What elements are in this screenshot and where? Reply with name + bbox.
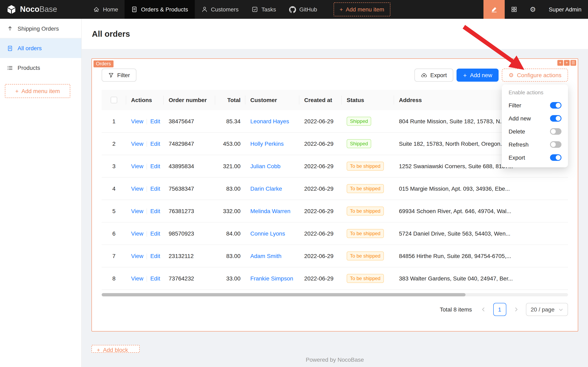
main-content: Orders + + ☰ Filter Export + Ad [82, 49, 588, 367]
plus-square-icon[interactable]: + [564, 60, 570, 66]
cell-order-number: 23132112 [164, 253, 215, 259]
customer-link[interactable]: Melinda Warren [250, 208, 291, 214]
horizontal-scrollbar [102, 293, 568, 296]
cell-status: To be shipped [342, 184, 394, 193]
dropdown-item[interactable]: Refresh [504, 138, 566, 151]
ui-editor-button[interactable] [483, 0, 505, 19]
brand-bold: Noco [20, 5, 39, 14]
row-actions: ViewEdit [126, 141, 164, 147]
cell-created-at: 2022-06-29 [299, 208, 342, 214]
edit-link[interactable]: Edit [150, 208, 160, 214]
plugins-grid-button[interactable] [505, 0, 523, 19]
chevron-right-icon [513, 307, 518, 312]
edit-link[interactable]: Edit [150, 253, 160, 259]
view-link[interactable]: View [131, 163, 143, 169]
view-link[interactable]: View [131, 208, 143, 214]
cell-total: 84.00 [215, 230, 245, 237]
cell-customer: Connie Lyons [245, 230, 299, 237]
settings-button[interactable]: ⚙ [523, 0, 542, 19]
toggle-switch[interactable] [550, 115, 562, 122]
sidebar-item-shipping-orders[interactable]: Shipping Orders [0, 19, 81, 38]
add-new-button[interactable]: + Add new [456, 69, 499, 82]
edit-link[interactable]: Edit [150, 118, 160, 125]
cell-created-at: 2022-06-29 [299, 253, 342, 259]
customer-link[interactable]: Connie Lyons [250, 230, 285, 237]
action-divider [147, 209, 147, 214]
add-menu-item-button-side[interactable]: + Add menu item [5, 84, 70, 98]
customer-link[interactable]: Julian Cobb [250, 163, 280, 169]
add-block-button[interactable]: + Add block [92, 345, 140, 353]
arrow-up-icon [7, 25, 13, 32]
filter-icon [108, 72, 114, 78]
prev-page-button[interactable] [477, 303, 490, 316]
toggle-switch[interactable] [550, 128, 562, 135]
cell-address: 84856 Hirthe Run, Suite 268, 94754-6705,… [394, 253, 568, 259]
toggle-switch[interactable] [550, 102, 562, 108]
select-all-checkbox[interactable] [111, 97, 117, 103]
edit-link[interactable]: Edit [150, 141, 160, 147]
nav-label: Home [103, 6, 118, 13]
dropdown-item[interactable]: Export [504, 151, 566, 164]
edit-link[interactable]: Edit [150, 230, 160, 237]
view-link[interactable]: View [131, 253, 143, 259]
view-link[interactable]: View [131, 118, 143, 125]
row-actions: ViewEdit [126, 163, 164, 170]
row-index: 2 [102, 141, 126, 147]
nav-item-customers[interactable]: Customers [194, 0, 245, 19]
page-size-select[interactable]: 20 / page [526, 303, 568, 316]
table-row: 8 ViewEdit 73764232 33.00 Frankie Simpso… [102, 267, 568, 290]
edit-link[interactable]: Edit [150, 275, 160, 282]
brand-logo[interactable]: NocoBase [0, 0, 87, 19]
header-order-number: Order number [164, 90, 215, 110]
export-button[interactable]: Export [414, 69, 454, 82]
drag-menu-icon[interactable]: ☰ [571, 60, 576, 66]
add-menu-item-button-top[interactable]: + Add menu item [333, 2, 390, 16]
orders-block: Orders + + ☰ Filter Export + Ad [92, 58, 578, 332]
sidebar-item-all-orders[interactable]: All orders [0, 38, 81, 58]
grid-icon [511, 6, 517, 13]
toggle-switch[interactable] [550, 154, 562, 161]
add-block-label: Add block [103, 347, 128, 353]
header-customer: Customer [245, 90, 299, 110]
nav-item-orders-products[interactable]: Orders & Products [125, 0, 194, 19]
user-menu[interactable]: Super Admin [542, 0, 588, 19]
cell-address: 5724 Daniel Drive, Suite 563, 54403, Wen… [394, 230, 568, 237]
edit-link[interactable]: Edit [150, 163, 160, 169]
header-status: Status [342, 90, 394, 110]
sidebar-item-products[interactable]: Products [0, 58, 81, 78]
nocobase-logo-icon [7, 5, 16, 14]
customer-link[interactable]: Holly Perkins [250, 141, 284, 147]
view-link[interactable]: View [131, 230, 143, 237]
customer-link[interactable]: Frankie Simpson [250, 275, 293, 282]
cell-total: 321.00 [215, 163, 245, 169]
nav-item-github[interactable]: GitHub [283, 0, 324, 19]
dropdown-item[interactable]: Delete [504, 125, 566, 138]
page-number-button[interactable]: 1 [493, 303, 506, 316]
customer-link[interactable]: Leonard Hayes [250, 118, 289, 125]
filter-button[interactable]: Filter [102, 69, 136, 82]
action-divider [147, 141, 147, 147]
scrollbar-thumb[interactable] [102, 293, 465, 296]
configure-actions-button[interactable]: ⚙ Configure actions [502, 69, 568, 82]
customer-link[interactable]: Adam Smith [250, 253, 282, 259]
next-page-button[interactable] [509, 303, 522, 316]
page-header: All orders [82, 19, 588, 49]
nav-item-home[interactable]: Home [87, 0, 125, 19]
edit-link[interactable]: Edit [150, 185, 160, 192]
dropdown-item[interactable]: Add new [504, 112, 566, 125]
cell-customer: Leonard Hayes [245, 118, 299, 125]
chevron-left-icon [481, 307, 486, 312]
top-navbar: NocoBase Home Orders & Products Customer… [0, 0, 588, 19]
nav-item-tasks[interactable]: Tasks [245, 0, 283, 19]
view-link[interactable]: View [131, 141, 143, 147]
view-link[interactable]: View [131, 185, 143, 192]
toggle-switch[interactable] [550, 141, 562, 148]
status-badge: To be shipped [347, 207, 384, 216]
customer-link[interactable]: Darin Clarke [250, 185, 282, 192]
dropdown-item[interactable]: Filter [504, 99, 566, 112]
plus-icon: + [97, 347, 100, 353]
view-link[interactable]: View [131, 275, 143, 282]
plus-icon: + [340, 6, 343, 13]
add-new-label: Add new [470, 72, 492, 78]
plus-square-icon[interactable]: + [557, 60, 563, 66]
